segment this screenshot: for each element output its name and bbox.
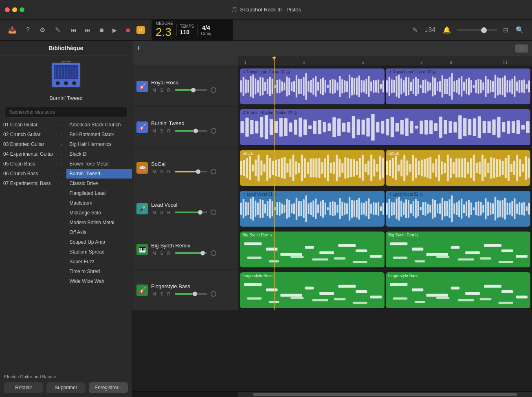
fast-forward-button[interactable]: ⏭ bbox=[82, 25, 93, 35]
solo-button[interactable]: S bbox=[159, 210, 164, 215]
volume-slider[interactable] bbox=[175, 171, 207, 172]
search-button[interactable]: 🔍 bbox=[514, 24, 525, 35]
volume-thumb[interactable] bbox=[200, 251, 205, 256]
solo-button[interactable]: S bbox=[159, 87, 164, 93]
horizontal-scrollbar[interactable] bbox=[238, 392, 532, 397]
key-value[interactable]: Cmaj bbox=[201, 31, 211, 36]
cycle-button[interactable]: ↺ bbox=[136, 26, 145, 34]
record-arm-button[interactable]: R bbox=[166, 169, 172, 174]
solo-button[interactable]: S bbox=[159, 128, 164, 134]
clip[interactable]: ↺ Burnin' Rhythm Guitar 01 ◎ bbox=[240, 109, 530, 145]
mixer-button[interactable]: ⊟ bbox=[501, 24, 510, 35]
scroll-thumb[interactable] bbox=[253, 393, 517, 396]
category-item[interactable]: 07 Experimental Bass› bbox=[0, 179, 66, 188]
clip[interactable]: Fingerstyle Bass bbox=[386, 272, 530, 308]
record-button[interactable]: ⏺ bbox=[123, 25, 133, 35]
category-item[interactable]: 03 Distorted Guitar› bbox=[0, 139, 66, 149]
volume-thumb[interactable] bbox=[191, 88, 196, 93]
reset-button[interactable]: Rétablir bbox=[4, 382, 43, 393]
volume-thumb[interactable] bbox=[196, 170, 200, 174]
pan-knob[interactable] bbox=[211, 87, 216, 93]
clip[interactable]: ↺ Royal Lead Guitar 01 ◎ bbox=[240, 68, 385, 104]
preset-item[interactable]: Super Fuzz bbox=[66, 257, 132, 267]
mute-button[interactable]: M bbox=[151, 250, 157, 256]
volume-slider[interactable] bbox=[175, 212, 207, 213]
clip[interactable]: Fingerstyle Bass bbox=[240, 272, 385, 308]
volume-thumb[interactable] bbox=[198, 210, 202, 215]
volume-thumb[interactable] bbox=[193, 292, 197, 296]
volume-slider[interactable] bbox=[175, 293, 207, 295]
preset-item[interactable]: Big Hair Harmonics bbox=[66, 139, 132, 149]
solo-button[interactable]: S bbox=[159, 291, 164, 297]
category-item[interactable]: 02 Crunch Guitar› bbox=[0, 130, 66, 139]
solo-button[interactable]: S bbox=[159, 169, 164, 174]
preset-item[interactable]: Off Axis bbox=[66, 227, 132, 237]
volume-slider[interactable] bbox=[175, 252, 207, 254]
record-arm-button[interactable]: R bbox=[166, 250, 172, 256]
record-arm-button[interactable]: R bbox=[166, 291, 172, 297]
clip[interactable]: ↺ Royal Lead Guitar 02 ◎ bbox=[386, 68, 530, 104]
library-button[interactable]: 📥 bbox=[7, 24, 18, 35]
clip[interactable]: SoCal bbox=[386, 150, 530, 186]
pan-knob[interactable] bbox=[211, 291, 216, 297]
save-button[interactable]: Enregistrer... bbox=[89, 382, 128, 393]
play-button[interactable]: ▶ bbox=[110, 25, 119, 35]
minimize-button[interactable] bbox=[12, 7, 17, 12]
category-item[interactable]: 06 Crunch Bass› bbox=[0, 169, 66, 179]
smart-controls-button[interactable]: ⚙ bbox=[38, 24, 47, 35]
record-arm-button[interactable]: R bbox=[166, 128, 172, 134]
preset-item[interactable]: Black DI bbox=[66, 149, 132, 159]
smart-tempo-button[interactable]: 🎵 bbox=[515, 44, 528, 53]
bottom-scrollbar[interactable] bbox=[132, 391, 532, 397]
clip[interactable]: Big Synth Remix bbox=[240, 232, 385, 267]
clip[interactable]: ↺ Lead Vocal 01 ◎ bbox=[240, 191, 385, 227]
rewind-button[interactable]: ⏮ bbox=[68, 25, 79, 35]
preset-item[interactable]: Brown Tone Metal bbox=[66, 159, 132, 169]
pan-knob[interactable] bbox=[211, 169, 216, 174]
mute-button[interactable]: M bbox=[151, 210, 157, 215]
master-volume-slider[interactable] bbox=[457, 29, 497, 31]
preset-item[interactable]: Midrange Solo bbox=[66, 208, 132, 218]
add-track-button[interactable]: + bbox=[136, 44, 141, 53]
preset-item[interactable]: Bell-Bottomed Stack bbox=[66, 130, 132, 139]
breadcrumb[interactable]: Electric Guitar and Bass > bbox=[4, 373, 128, 381]
volume-thumb[interactable] bbox=[193, 129, 198, 133]
volume-slider[interactable] bbox=[175, 89, 207, 91]
preset-item[interactable]: Burnin' Tweed bbox=[66, 169, 132, 179]
close-button[interactable] bbox=[5, 7, 10, 12]
time-sig-value[interactable]: 4/4 bbox=[201, 24, 211, 31]
preset-item[interactable]: Modern British Metal bbox=[66, 218, 132, 227]
preset-item[interactable]: Classic Drive bbox=[66, 179, 132, 188]
preset-item[interactable]: Souped Up Amp bbox=[66, 237, 132, 247]
help-button[interactable]: ? bbox=[24, 25, 31, 35]
category-item[interactable]: 05 Clean Bass› bbox=[0, 159, 66, 169]
solo-button[interactable]: S bbox=[159, 250, 164, 256]
metronome-button[interactable]: 🔔 bbox=[441, 24, 453, 35]
preset-item[interactable]: Stadium Spread bbox=[66, 247, 132, 257]
pencil-tool[interactable]: ✎ bbox=[411, 24, 419, 35]
preset-item[interactable]: Flangilated Lead bbox=[66, 188, 132, 198]
mute-button[interactable]: M bbox=[151, 169, 157, 174]
search-input[interactable] bbox=[4, 107, 128, 117]
clip[interactable]: Big Synth Remix bbox=[386, 232, 530, 267]
preset-item[interactable]: Wide Wide Wah bbox=[66, 276, 132, 286]
pan-knob[interactable] bbox=[211, 210, 216, 215]
tuner-button[interactable]: ♩34 bbox=[423, 24, 437, 35]
volume-slider[interactable] bbox=[175, 130, 207, 132]
editor-button[interactable]: ✎ bbox=[53, 24, 62, 35]
pan-knob[interactable] bbox=[211, 250, 216, 256]
preset-item[interactable]: Maelstrom bbox=[66, 198, 132, 208]
record-arm-button[interactable]: R bbox=[166, 210, 172, 215]
record-arm-button[interactable]: R bbox=[166, 87, 172, 93]
pan-knob[interactable] bbox=[211, 128, 216, 134]
clip[interactable]: ↺ Lead Vocal 02 ◎ bbox=[386, 191, 530, 227]
mute-button[interactable]: M bbox=[151, 87, 157, 93]
preset-item[interactable]: American Stack Crunch bbox=[66, 120, 132, 130]
mute-button[interactable]: M bbox=[151, 291, 157, 297]
fullscreen-button[interactable] bbox=[20, 7, 24, 12]
category-item[interactable]: 01 Clean Guitar› bbox=[0, 120, 66, 130]
clip[interactable]: SoCal bbox=[240, 150, 385, 186]
mute-button[interactable]: M bbox=[151, 128, 157, 134]
to-beginning-button[interactable]: ⏹ bbox=[96, 25, 107, 35]
delete-button[interactable]: Supprimer bbox=[46, 382, 86, 393]
